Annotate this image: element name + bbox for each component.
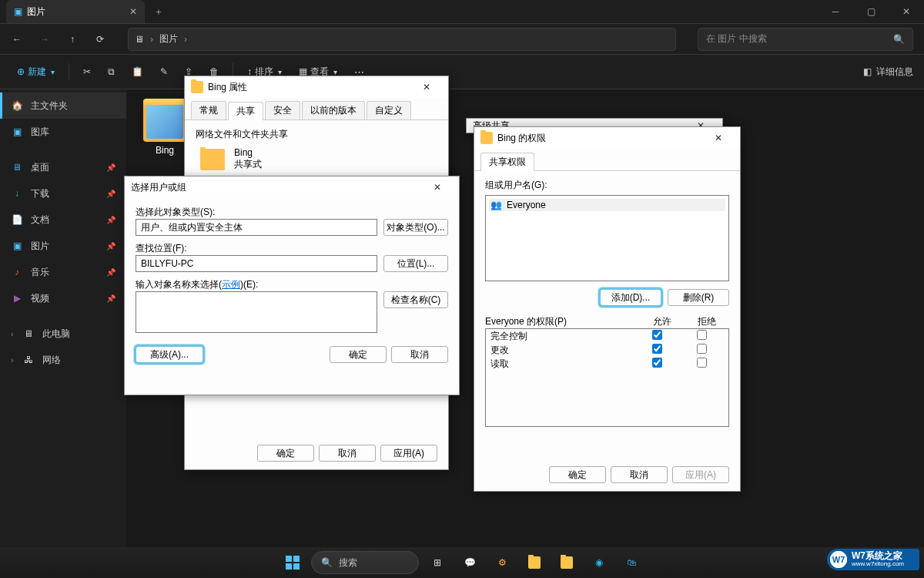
search-placeholder: 在 图片 中搜索 xyxy=(706,32,767,45)
tab-title: 图片 xyxy=(27,5,45,18)
taskbar-search[interactable]: 🔍 搜索 xyxy=(311,551,419,574)
examples-link[interactable]: 示例 xyxy=(222,279,240,290)
minimize-button[interactable]: ─ xyxy=(818,0,853,23)
cancel-button[interactable]: 取消 xyxy=(391,346,448,363)
apply-button[interactable]: 应用(A) xyxy=(672,466,729,483)
advanced-button[interactable]: 高级(A)... xyxy=(136,346,203,363)
taskbar-search-label: 搜索 xyxy=(339,556,357,570)
ok-button[interactable]: 确定 xyxy=(330,346,387,363)
back-button[interactable]: ← xyxy=(11,34,23,45)
close-icon[interactable]: ✕ xyxy=(422,176,453,198)
permissions-body: 组或用户名(G): 👥 Everyone 添加(D)... 删除(R) Ever… xyxy=(474,170,740,459)
add-button[interactable]: 添加(D)... xyxy=(600,289,661,306)
search-box[interactable]: 在 图片 中搜索 🔍 xyxy=(698,28,913,51)
names-label: 输入对象名称来选择(示例)(E): xyxy=(136,279,258,290)
rename-icon: ✎ xyxy=(160,66,168,77)
sidebar-item-videos[interactable]: ▶视频📌 xyxy=(0,285,126,311)
taskbar-edge[interactable]: ◉ xyxy=(585,549,613,576)
permissions-dialog: Bing 的权限 ✕ 共享权限 组或用户名(G): 👥 Everyone 添加(… xyxy=(474,126,741,492)
cut-button[interactable]: ✂ xyxy=(77,62,97,82)
cancel-button[interactable]: 取消 xyxy=(611,466,668,483)
location-field[interactable] xyxy=(136,255,377,272)
svg-rect-3 xyxy=(293,563,300,570)
new-button[interactable]: ⊕ 新建 xyxy=(11,61,61,83)
up-button[interactable]: ↑ xyxy=(66,34,79,45)
allow-checkbox[interactable] xyxy=(652,330,662,340)
dialog-titlebar[interactable]: 选择用户或组 ✕ xyxy=(125,176,459,198)
forward-button[interactable]: → xyxy=(38,34,51,45)
plus-icon: ⊕ xyxy=(17,66,25,77)
details-icon: ◧ xyxy=(863,66,872,77)
tab-previous-versions[interactable]: 以前的版本 xyxy=(302,101,365,119)
paste-button[interactable]: 📋 xyxy=(126,62,149,82)
search-icon: 🔍 xyxy=(893,34,905,45)
new-tab-button[interactable]: ＋ xyxy=(145,5,172,18)
taskbar: 🔍 搜索 ⊞ 💬 ⚙ ◉ 🛍 ˄ 中 拼 xyxy=(0,547,924,578)
address-bar[interactable]: 🖥 › 图片 › xyxy=(128,28,676,51)
deny-checkbox[interactable] xyxy=(697,344,707,354)
shared-item-name: Bing xyxy=(234,147,262,158)
tab-security[interactable]: 安全 xyxy=(265,101,300,119)
taskbar-app[interactable]: ⚙ xyxy=(488,549,516,576)
allow-checkbox[interactable] xyxy=(652,358,662,368)
pin-icon: 📌 xyxy=(106,242,116,250)
object-names-input[interactable] xyxy=(136,291,377,333)
sidebar-item-documents[interactable]: 📄文档📌 xyxy=(0,207,126,233)
folder-label: Bing xyxy=(156,145,174,156)
check-names-button[interactable]: 检查名称(C) xyxy=(383,291,448,308)
explorer-tab[interactable]: ▣ 图片 ✕ xyxy=(6,0,145,23)
tab-general[interactable]: 常规 xyxy=(191,101,226,119)
tab-share-permissions[interactable]: 共享权限 xyxy=(480,153,534,171)
locations-button[interactable]: 位置(L)... xyxy=(383,255,448,272)
apply-button[interactable]: 应用(A) xyxy=(380,445,437,462)
sidebar-item-music[interactable]: ♪音乐📌 xyxy=(0,259,126,285)
sidebar-item-gallery[interactable]: ▣图库 xyxy=(0,119,126,145)
taskbar-app[interactable] xyxy=(553,549,581,576)
breadcrumb-separator: › xyxy=(150,34,153,45)
user-item[interactable]: 👥 Everyone xyxy=(489,199,725,211)
dialog-buttons: 确定 取消 应用(A) xyxy=(185,437,448,469)
sidebar-item-home[interactable]: 🏠主文件夹 xyxy=(0,92,126,119)
deny-checkbox[interactable] xyxy=(697,330,707,340)
start-button[interactable] xyxy=(279,549,306,576)
task-view-button[interactable]: ⊞ xyxy=(424,549,451,576)
tab-close-icon[interactable]: ✕ xyxy=(129,6,137,17)
tab-customize[interactable]: 自定义 xyxy=(367,101,411,119)
ok-button[interactable]: 确定 xyxy=(549,466,606,483)
tab-sharing[interactable]: 共享 xyxy=(228,102,263,120)
refresh-button[interactable]: ⟳ xyxy=(94,34,106,45)
close-icon[interactable]: ✕ xyxy=(703,127,734,149)
sidebar-item-thispc[interactable]: ›🖥此电脑 xyxy=(0,321,126,347)
cancel-button[interactable]: 取消 xyxy=(319,445,376,462)
users-listbox[interactable]: 👥 Everyone xyxy=(485,195,729,281)
close-button[interactable]: ✕ xyxy=(889,0,924,23)
details-label: 详细信息 xyxy=(876,66,913,79)
breadcrumb-segment[interactable]: 图片 xyxy=(159,32,178,45)
pin-icon: 📌 xyxy=(106,163,116,172)
maximize-button[interactable]: ▢ xyxy=(853,0,889,23)
object-types-button[interactable]: 对象类型(O)... xyxy=(383,219,448,236)
sidebar-item-downloads[interactable]: ↓下载📌 xyxy=(0,180,126,207)
deny-checkbox[interactable] xyxy=(697,358,707,368)
home-icon: 🏠 xyxy=(11,99,23,112)
dialog-titlebar[interactable]: Bing 的权限 ✕ xyxy=(474,127,740,149)
taskbar-store[interactable]: 🛍 xyxy=(618,549,645,576)
taskbar-explorer[interactable] xyxy=(521,549,548,576)
copy-button[interactable]: ⧉ xyxy=(102,62,121,82)
pin-icon: 📌 xyxy=(106,294,116,303)
taskbar-app[interactable]: 💬 xyxy=(456,549,484,576)
ok-button[interactable]: 确定 xyxy=(257,445,314,462)
object-type-field[interactable] xyxy=(136,219,377,236)
allow-checkbox[interactable] xyxy=(652,344,662,354)
remove-button[interactable]: 删除(R) xyxy=(668,289,729,306)
dialog-titlebar[interactable]: Bing 属性 ✕ xyxy=(185,76,448,98)
details-pane-button[interactable]: ◧ 详细信息 xyxy=(863,66,913,79)
pc-icon: 🖥 xyxy=(22,328,35,340)
sidebar-item-pictures[interactable]: ▣图片📌 xyxy=(0,233,126,259)
rename-button[interactable]: ✎ xyxy=(154,62,174,82)
close-icon[interactable]: ✕ xyxy=(411,76,442,98)
sidebar-item-network[interactable]: ›🖧网络 xyxy=(0,347,126,373)
chevron-right-icon: › xyxy=(11,330,13,338)
user-name: Everyone xyxy=(507,200,546,210)
sidebar-item-desktop[interactable]: 🖥桌面📌 xyxy=(0,154,126,180)
